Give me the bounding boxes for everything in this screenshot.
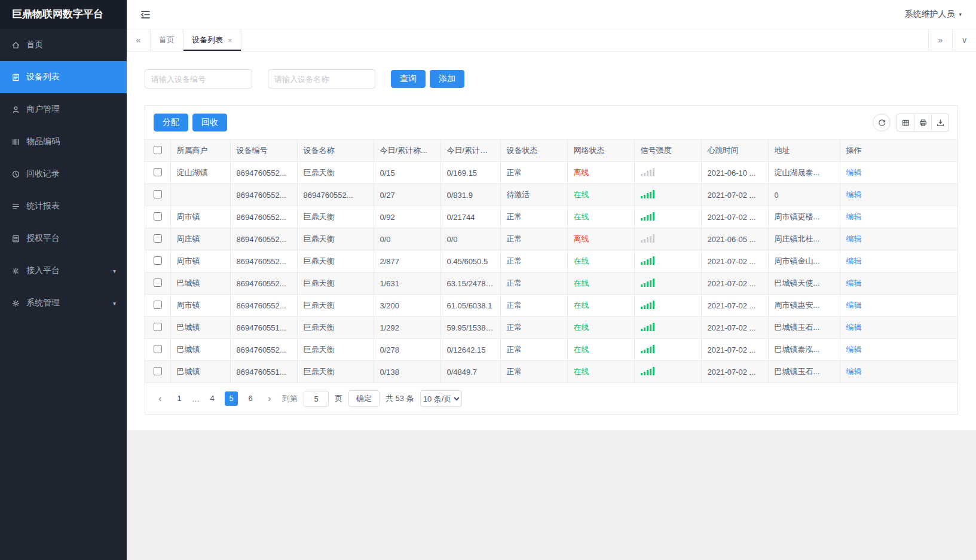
search-row: 查询 添加: [145, 69, 958, 88]
cell-today-weight: 0/4849.7: [440, 361, 500, 383]
merchant-icon: [11, 105, 20, 114]
prev-page-icon[interactable]: ‹: [154, 393, 167, 404]
cell-device-no: 8694760552...: [230, 228, 297, 250]
page-button-4[interactable]: 4: [206, 391, 219, 406]
cell-device-name: 巨鼎天衡: [297, 250, 374, 273]
page-button-5[interactable]: 5: [225, 391, 238, 406]
edit-link[interactable]: 编辑: [846, 367, 862, 376]
sidebar-item-home[interactable]: 首页: [0, 29, 127, 61]
sidebar-item-merchant-mgmt[interactable]: 商户管理: [0, 93, 127, 126]
cell-device-name: 巨鼎天衡: [297, 228, 374, 250]
collapse-menu-icon[interactable]: [140, 9, 151, 20]
page-button-1[interactable]: 1: [173, 391, 186, 406]
row-checkbox[interactable]: [154, 279, 162, 287]
next-page-icon[interactable]: ›: [263, 393, 276, 404]
tabs-scroll-left-icon[interactable]: «: [127, 29, 151, 51]
cell-network-status: 在线: [567, 206, 634, 228]
device-no-input[interactable]: [145, 69, 252, 88]
home-icon: [11, 40, 20, 50]
sidebar-item-device-list[interactable]: 设备列表: [0, 61, 127, 93]
row-checkbox[interactable]: [154, 301, 162, 309]
sidebar-item-recycle-record[interactable]: 回收记录: [0, 158, 127, 190]
cell-today-count: 0/278: [374, 339, 440, 361]
tab-label: 首页: [159, 35, 175, 45]
tab-device-list[interactable]: 设备列表×: [183, 29, 241, 51]
signal-strength-icon: [641, 212, 654, 221]
goto-page-input[interactable]: [304, 391, 329, 407]
edit-link[interactable]: 编辑: [846, 345, 862, 354]
cell-network-status: 在线: [567, 184, 634, 206]
edit-link[interactable]: 编辑: [846, 323, 862, 332]
edit-link[interactable]: 编辑: [846, 256, 862, 265]
cell-signal: [634, 184, 701, 206]
column-header: 信号强度: [634, 140, 701, 162]
row-checkbox[interactable]: [154, 234, 162, 243]
add-button[interactable]: 添加: [430, 70, 464, 88]
page-unit-label: 页: [335, 393, 342, 404]
user-menu[interactable]: 系统维护人员 ▾: [904, 9, 962, 20]
device-name-input[interactable]: [268, 69, 375, 88]
row-checkbox[interactable]: [154, 190, 162, 198]
page-size-select[interactable]: 10 条/页: [420, 390, 462, 407]
cell-device-no: 8694760552...: [230, 250, 297, 273]
row-checkbox[interactable]: [154, 168, 162, 176]
cell-address: 周市镇惠安...: [768, 295, 840, 317]
cell-signal: [634, 250, 701, 273]
select-all-checkbox[interactable]: [154, 146, 162, 154]
row-checkbox[interactable]: [154, 323, 162, 331]
cell-address: 淀山湖晟泰...: [768, 162, 840, 184]
edit-link[interactable]: 编辑: [846, 279, 862, 287]
app-title: 巨鼎物联网数字平台: [0, 0, 127, 29]
sidebar-item-report[interactable]: 统计报表: [0, 190, 127, 222]
columns-icon[interactable]: [897, 114, 914, 131]
row-checkbox[interactable]: [154, 345, 162, 353]
edit-link[interactable]: 编辑: [846, 301, 862, 310]
sidebar-menu: 首页设备列表商户管理物品编码回收记录统计报表授权平台接入平台▾系统管理▾: [0, 29, 127, 319]
sidebar-item-system-mgmt[interactable]: 系统管理▾: [0, 287, 127, 319]
cell-device-name: 巨鼎天衡: [297, 273, 374, 295]
refresh-icon[interactable]: [873, 114, 891, 131]
tabs-menu-icon[interactable]: ∨: [952, 29, 976, 51]
export-icon[interactable]: [931, 114, 949, 131]
recycle-button[interactable]: 回收: [192, 114, 227, 131]
sidebar-item-item-code[interactable]: 物品编码: [0, 126, 127, 158]
tab-home[interactable]: 首页: [151, 29, 183, 51]
close-icon[interactable]: ×: [228, 36, 232, 45]
edit-link[interactable]: 编辑: [846, 190, 862, 199]
row-checkbox[interactable]: [154, 212, 162, 221]
row-checkbox[interactable]: [154, 367, 162, 375]
report-icon: [11, 201, 20, 211]
query-button[interactable]: 查询: [391, 70, 426, 88]
confirm-button[interactable]: 确定: [348, 390, 380, 407]
cell-heartbeat: 2021-07-02 ...: [701, 250, 768, 273]
sidebar-item-access-platform[interactable]: 接入平台▾: [0, 255, 127, 287]
signal-strength-icon: [641, 256, 654, 265]
edit-link[interactable]: 编辑: [846, 212, 862, 221]
edit-link[interactable]: 编辑: [846, 168, 862, 177]
sidebar-item-label: 统计报表: [26, 201, 60, 212]
page-button-6[interactable]: 6: [244, 391, 257, 406]
recycle-icon: [11, 169, 20, 179]
signal-strength-icon: [641, 190, 654, 198]
tabs-scroll-right-icon[interactable]: »: [928, 29, 952, 51]
cell-today-weight: 0/21744: [440, 206, 500, 228]
cell-device-name: 巨鼎天衡: [297, 317, 374, 339]
print-icon[interactable]: [914, 114, 932, 131]
cell-today-count: 1/631: [374, 273, 440, 295]
table-row: 周市镇8694760552...巨鼎天衡3/20061.05/6038.1正常在…: [145, 295, 957, 317]
cell-signal: [634, 206, 701, 228]
column-header: 设备名称: [297, 140, 374, 162]
cell-today-weight: 0/831.9: [440, 184, 500, 206]
column-header: 今日/累计称...: [374, 140, 440, 162]
sidebar-item-label: 系统管理: [26, 298, 60, 308]
sidebar-item-label: 接入平台: [26, 265, 60, 276]
edit-link[interactable]: 编辑: [846, 234, 862, 243]
device-table: 所属商户设备编号设备名称今日/累计称...今日/累计重...设备状态网络状态信号…: [145, 139, 957, 383]
cell-today-weight: 0.45/6050.5: [440, 250, 500, 273]
row-checkbox[interactable]: [154, 256, 162, 265]
cell-merchant: 淀山湖镇: [170, 162, 230, 184]
assign-button[interactable]: 分配: [154, 114, 188, 131]
table-row: 8694760552...8694760552...0/270/831.9待激活…: [145, 184, 957, 206]
signal-strength-icon: [641, 367, 654, 375]
sidebar-item-auth-platform[interactable]: 授权平台: [0, 222, 127, 255]
